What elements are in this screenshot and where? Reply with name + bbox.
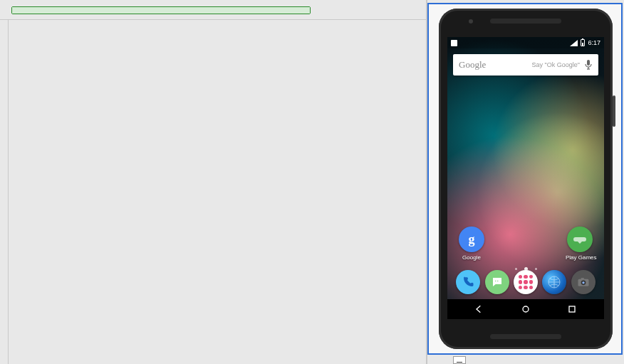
app-label: Play Games	[566, 254, 594, 261]
emulator-panel: 6:17 Google Say "Ok Google"	[427, 3, 623, 355]
svg-point-9	[582, 281, 584, 284]
search-hint: Say "Ok Google"	[532, 61, 580, 68]
nav-home[interactable]	[511, 302, 540, 316]
build-progress-bar-strip	[0, 0, 426, 20]
editor-panel	[8, 20, 418, 364]
dock-all-apps[interactable]	[514, 270, 538, 294]
nav-recents[interactable]	[558, 302, 586, 316]
build-progress-fill	[12, 7, 310, 14]
ide-area	[0, 0, 426, 364]
app-label: Google	[457, 254, 486, 261]
apps-grid-icon	[519, 275, 533, 289]
nav-back[interactable]	[465, 302, 494, 316]
google-app-icon: g	[459, 227, 484, 252]
build-progress-bar	[11, 6, 311, 14]
google-search-widget[interactable]: Google Say "Ok Google"	[453, 54, 598, 76]
microphone-icon[interactable]	[584, 59, 593, 71]
sdcard-icon	[451, 40, 457, 46]
dock-phone[interactable]	[456, 270, 480, 294]
dock-camera[interactable]	[571, 270, 596, 294]
device-screen[interactable]: 6:17 Google Say "Ok Google"	[447, 37, 604, 319]
svg-point-3	[495, 281, 496, 282]
svg-rect-7	[581, 278, 583, 280]
battery-icon	[581, 39, 585, 46]
app-google[interactable]: g Google	[457, 227, 486, 261]
status-time: 6:17	[588, 39, 600, 46]
status-bar[interactable]: 6:17	[447, 37, 604, 48]
earpiece	[490, 19, 561, 24]
bottom-tool-button[interactable]	[453, 356, 466, 364]
dock	[447, 265, 604, 299]
device-frame: 6:17 Google Say "Ok Google"	[439, 9, 613, 349]
front-camera	[469, 19, 473, 24]
status-left	[451, 40, 457, 46]
status-right: 6:17	[570, 39, 600, 46]
svg-rect-11	[569, 306, 575, 312]
home-apps-row: g Google Play Games	[447, 224, 604, 264]
svg-point-10	[523, 306, 529, 312]
signal-icon	[570, 40, 578, 46]
app-play-games[interactable]: Play Games	[566, 227, 594, 261]
dock-messages[interactable]	[485, 270, 509, 294]
dock-browser[interactable]	[542, 270, 566, 294]
svg-point-4	[497, 281, 499, 282]
play-games-icon	[567, 227, 593, 252]
google-logo: Google	[459, 59, 486, 71]
speaker-bottom	[490, 334, 561, 339]
svg-rect-0	[587, 60, 590, 66]
system-navbar	[447, 299, 604, 319]
